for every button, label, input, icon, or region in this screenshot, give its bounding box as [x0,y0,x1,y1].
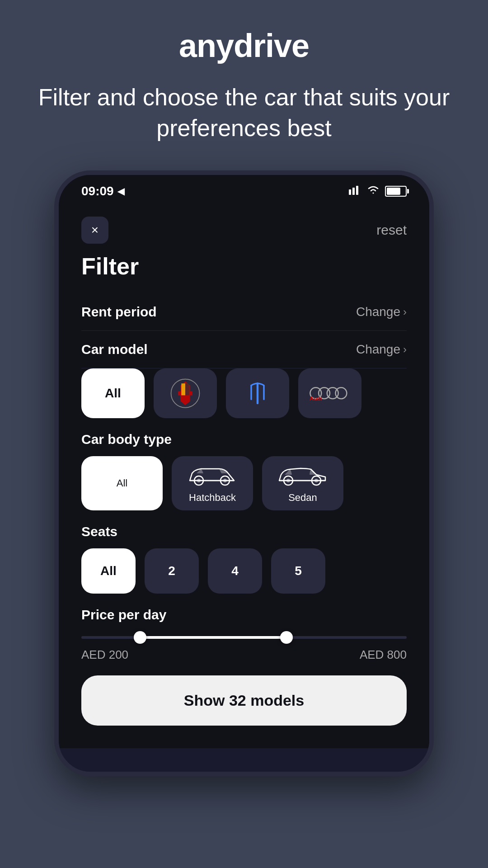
price-max-label: AED 800 [360,648,407,662]
svg-rect-1 [352,188,355,195]
rent-period-action: Change › [356,305,407,319]
show-models-button[interactable]: Show 32 models [81,675,407,726]
price-min-label: AED 200 [81,648,128,662]
brand-pill-audi[interactable]: Audi [298,368,361,418]
phone-frame: 09:09 ◀ [54,170,434,776]
seat-2[interactable]: 2 [145,548,199,594]
close-button[interactable]: × [81,217,108,244]
seat-2-label: 2 [168,564,175,578]
status-bar: 09:09 ◀ [59,175,429,203]
svg-point-23 [286,479,290,482]
reset-button[interactable]: reset [376,222,407,238]
sedan-label: Sedan [288,492,317,504]
wifi-icon [367,185,380,198]
seat-pills-row: All 2 4 5 [81,548,407,594]
seat-5[interactable]: 5 [271,548,325,594]
svg-rect-6 [185,383,189,395]
car-model-chevron: › [403,343,407,356]
rent-period-row[interactable]: Rent period Change › [81,293,407,331]
svg-text:Audi: Audi [310,396,322,402]
seats-heading: Seats [81,524,407,539]
seat-all-label: All [100,564,117,578]
brand-pill-all[interactable]: All [81,368,145,418]
brand-pill-maserati[interactable] [226,368,289,418]
car-body-type-heading: Car body type [81,432,407,447]
slider-fill [140,636,286,639]
rent-period-label: Rent period [81,304,157,320]
status-icons [349,185,407,198]
car-model-label: Car model [81,342,148,357]
screen-content: × reset Filter Rent period Change › Car … [59,203,429,748]
status-time: 09:09 ◀ [81,184,124,198]
seat-all[interactable]: All [81,548,136,594]
svg-rect-2 [356,186,358,195]
brand-pill-porsche[interactable] [154,368,217,418]
audi-logo-icon: Audi [310,384,350,402]
signal-icon [349,185,361,198]
filter-header: × reset [81,217,407,244]
seat-5-label: 5 [295,564,302,578]
price-range-labels: AED 200 AED 800 [81,648,407,662]
location-icon: ◀ [117,186,124,197]
price-slider[interactable] [81,636,407,639]
rent-period-chevron: › [403,306,407,318]
hatchback-car-icon [185,463,239,488]
seat-4[interactable]: 4 [208,548,262,594]
body-type-hatchback[interactable]: Hatchback [172,456,253,510]
svg-point-20 [223,479,227,482]
sedan-car-icon [276,463,330,488]
car-model-action: Change › [356,342,407,357]
battery-icon [385,186,407,197]
app-subtitle: Filter and choose the car that suits you… [0,82,488,143]
maserati-logo-icon [242,377,273,409]
slider-thumb-max[interactable] [280,631,293,644]
filter-title: Filter [81,253,407,280]
seat-4-label: 4 [231,564,239,578]
porsche-logo-icon [169,377,201,409]
car-model-row[interactable]: Car model Change › [81,331,407,368]
body-type-all[interactable]: All [81,456,163,510]
app-title: anydrive [179,27,309,64]
slider-thumb-min[interactable] [134,631,146,644]
brand-all-label: All [105,386,121,401]
svg-rect-0 [349,189,351,195]
hatchback-label: Hatchback [189,492,236,504]
svg-point-14 [335,387,347,399]
time-display: 09:09 [81,184,114,198]
body-type-pills-row: All Hatchback [81,456,407,510]
brand-pills-row: All [81,368,407,418]
body-all-label: All [117,477,127,489]
price-label: Price per day [81,607,407,623]
body-type-sedan[interactable]: Sedan [262,456,343,510]
svg-rect-5 [181,383,185,395]
svg-point-25 [314,479,318,482]
svg-point-18 [197,479,201,482]
